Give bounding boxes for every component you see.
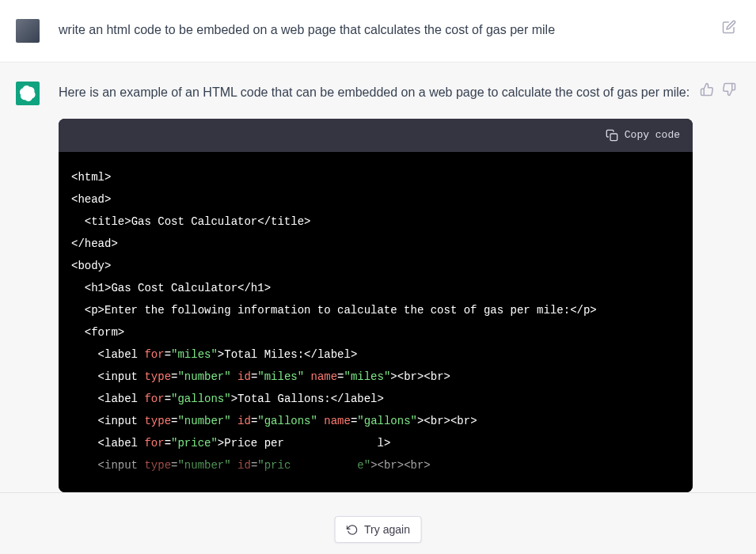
code-header: Copy code [59, 119, 693, 152]
copy-code-button[interactable]: Copy code [606, 127, 680, 144]
code-block: Copy code <html> <head> <title>Gas Cost … [59, 119, 693, 492]
edit-icon[interactable] [721, 19, 737, 35]
refresh-icon [346, 524, 358, 536]
user-message-actions [721, 19, 737, 35]
try-again-button[interactable]: Try again [334, 516, 422, 543]
copy-code-label: Copy code [625, 127, 680, 144]
code-body[interactable]: <html> <head> <title>Gas Cost Calculator… [59, 152, 693, 492]
assistant-intro-text: Here is an example of an HTML code that … [59, 82, 693, 103]
assistant-content: Here is an example of an HTML code that … [59, 82, 740, 492]
assistant-message-actions [699, 82, 737, 97]
try-again-label: Try again [364, 523, 410, 536]
svg-rect-0 [610, 134, 617, 141]
assistant-message: Here is an example of an HTML code that … [0, 63, 756, 493]
thumbs-up-icon[interactable] [699, 82, 715, 97]
user-avatar [16, 19, 40, 43]
user-message: write an html code to be embeded on a we… [0, 0, 756, 63]
user-message-text: write an html code to be embeded on a we… [59, 19, 740, 43]
assistant-avatar [16, 82, 40, 105]
thumbs-down-icon[interactable] [721, 82, 737, 97]
